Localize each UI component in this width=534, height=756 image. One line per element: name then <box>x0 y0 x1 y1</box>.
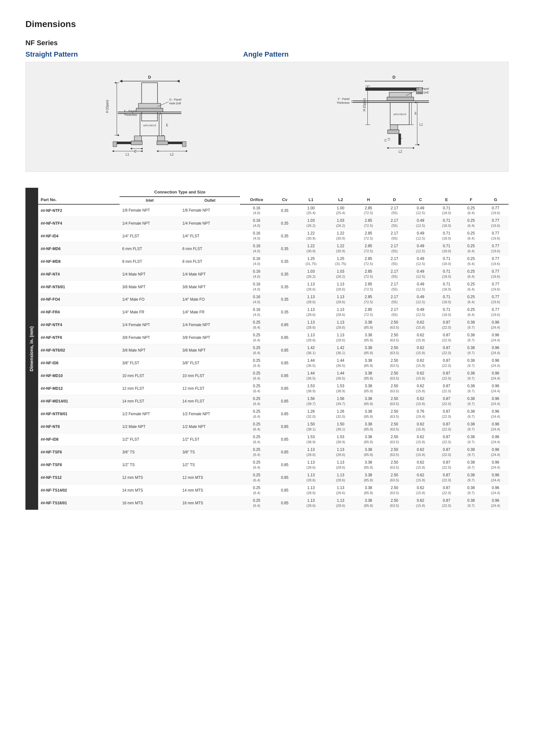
c: 0.49(12.5) <box>408 230 434 242</box>
th-cv: Cv <box>273 188 296 204</box>
cv: 0.35 <box>273 268 296 281</box>
table-row: ##-NF-TS16/0116 mm MTS16 mm MTS0.25(6.4)… <box>38 497 509 510</box>
svg-text:XIPUTEC®: XIPUTEC® <box>393 113 406 116</box>
l2: 1.22(30.9) <box>326 230 355 242</box>
g: 0.96(24.4) <box>482 420 509 433</box>
cv: 0.35 <box>273 217 296 230</box>
c: 0.49(12.5) <box>408 255 434 268</box>
e: 0.87(22.0) <box>434 383 460 395</box>
e: 0.87(22.0) <box>434 446 460 459</box>
l2: 1.00(25.4) <box>326 204 355 217</box>
l1: 1.53(38.9) <box>296 433 326 446</box>
svg-text:D: D <box>148 75 151 80</box>
d: 2.50(63.5) <box>381 497 408 510</box>
inlet: 1/4" FLST <box>119 230 180 242</box>
d: 2.17(55) <box>381 306 408 319</box>
outlet: 1/2 Male NPT <box>180 420 240 433</box>
g: 0.77(19.6) <box>482 268 509 281</box>
straight-pattern-title: Straight Pattern <box>25 50 78 59</box>
inlet: 3/8" FLST <box>119 357 180 370</box>
l2: 1.44(36.5) <box>326 357 355 370</box>
l1: 1.50(38.1) <box>296 420 326 433</box>
inlet: 12 mm MTS <box>119 472 180 484</box>
page-title: Dimensions <box>25 19 509 29</box>
part-no: ##-NF-NT4 <box>38 268 119 281</box>
inlet: 6 mm FLST <box>119 242 180 255</box>
orifice: 0.16(4.0) <box>240 230 273 242</box>
orifice: 0.16(4.0) <box>240 242 273 255</box>
g: 0.96(24.4) <box>482 332 509 344</box>
table-row: ##-NF-NTF41/4 Female NPT1/4 Female NPT0.… <box>38 217 509 230</box>
outlet: 6 mm FLST <box>180 242 240 255</box>
e: 0.87(22.0) <box>434 395 460 408</box>
part-no: ##-NF-NT6/02 <box>38 344 119 357</box>
l2: 1.53(38.9) <box>326 383 355 395</box>
l2: 1.25(31.75) <box>326 255 355 268</box>
svg-text:Thickness: Thickness <box>337 101 350 104</box>
th-d: D <box>381 188 408 204</box>
c: 0.62(15.8) <box>408 395 434 408</box>
c: 0.62(15.8) <box>408 344 434 357</box>
l1: 1.13(28.6) <box>296 472 326 484</box>
e: 0.87(22.0) <box>434 344 460 357</box>
svg-rect-4 <box>136 108 163 112</box>
inlet: 14 mm FLST <box>119 395 180 408</box>
l2: 1.03(26.2) <box>326 268 355 281</box>
g: 0.96(24.4) <box>482 408 509 420</box>
l2: 1.13(28.6) <box>326 472 355 484</box>
part-no: ##-NF-NT6/01 <box>38 281 119 293</box>
d: 2.50(63.5) <box>381 446 408 459</box>
orifice: 0.25(6.4) <box>240 344 273 357</box>
f: 0.38(9.7) <box>460 484 482 497</box>
table-row: ##-NF-FO41/4" Male FO1/4" Male FO0.16(4.… <box>38 293 509 306</box>
orifice: 0.16(4.0) <box>240 255 273 268</box>
h: 2.85(72.5) <box>355 281 381 293</box>
l1: 1.53(38.9) <box>296 383 326 395</box>
l1: 1.13(28.6) <box>296 281 326 293</box>
part-no: ##-NF-MD8 <box>38 255 119 268</box>
svg-text:G - Panel: G - Panel <box>169 98 182 101</box>
part-no: ##-NF-TS12 <box>38 472 119 484</box>
orifice: 0.25(6.4) <box>240 484 273 497</box>
th-l2: L2 <box>326 188 355 204</box>
table-row: ##-NF-NTF41/4 Female NPT1/4 Female NPT0.… <box>38 319 509 332</box>
part-no: ##-NF-NT8 <box>38 420 119 433</box>
g: 0.96(24.4) <box>482 383 509 395</box>
h: 2.85(72.5) <box>355 268 381 281</box>
f: 0.25(6.4) <box>460 217 482 230</box>
e: 0.87(22.0) <box>434 357 460 370</box>
inlet: 1/4 Male NPT <box>119 268 180 281</box>
straight-diagram-svg: D XIPUTEC® E H (Open) <box>38 71 254 161</box>
th-g: G <box>482 188 509 204</box>
cv: 0.85 <box>273 446 296 459</box>
h: 3.38(85.8) <box>355 459 381 472</box>
svg-rect-46 <box>387 97 414 101</box>
orifice: 0.16(4.0) <box>240 293 273 306</box>
table-row: ##-NF-MD1010 mm FLST10 mm FLST0.25(6.4)0… <box>38 370 509 383</box>
part-no: ##-NF-NTF4 <box>38 217 119 230</box>
e: 0.87(22.0) <box>434 484 460 497</box>
g: 0.96(24.4) <box>482 395 509 408</box>
outlet: 3/8" TS <box>180 446 240 459</box>
l2: 1.13(28.6) <box>326 332 355 344</box>
part-no: ##-NF-FR4 <box>38 306 119 319</box>
th-outlet: Outlet <box>180 197 240 204</box>
part-no: ##-NF-MD10 <box>38 370 119 383</box>
inlet: 3/8" TS <box>119 446 180 459</box>
e: 0.71(18.0) <box>434 306 460 319</box>
svg-rect-2 <box>142 83 158 121</box>
l1: 1.22(30.9) <box>296 230 326 242</box>
table-row: ##-NF-NT6/013/8 Male NPT3/8 Male NPT0.16… <box>38 281 509 293</box>
inlet: 1/4 Female NPT <box>119 217 180 230</box>
orifice: 0.16(4.0) <box>240 306 273 319</box>
c: 0.62(15.8) <box>408 319 434 332</box>
svg-text:E: E <box>415 112 417 115</box>
svg-text:H (Open): H (Open) <box>363 98 366 111</box>
orifice: 0.25(6.4) <box>240 420 273 433</box>
cv: 0.85 <box>273 472 296 484</box>
h: 3.38(85.8) <box>355 497 381 510</box>
c: 0.62(15.8) <box>408 383 434 395</box>
series-title: NF Series <box>25 39 509 47</box>
f: 0.38(9.7) <box>460 420 482 433</box>
orifice: 0.25(6.4) <box>240 408 273 420</box>
